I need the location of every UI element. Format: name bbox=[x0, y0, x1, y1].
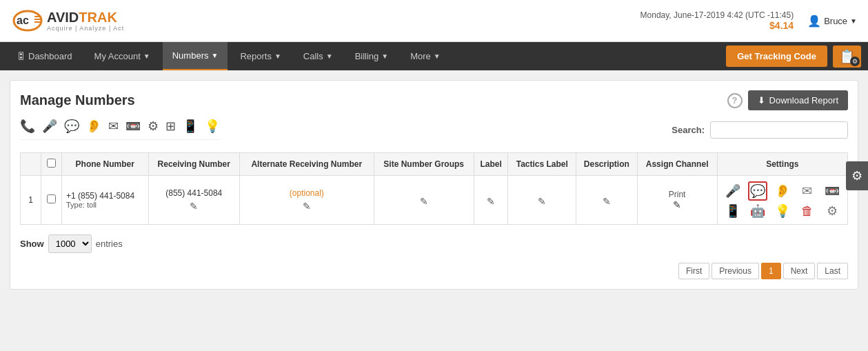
last-button[interactable]: Last bbox=[817, 263, 848, 279]
page-title: Manage Numbers bbox=[20, 92, 135, 108]
receiving-edit-icon[interactable]: ✎ bbox=[153, 201, 236, 212]
logo-tagline: Acquire | Analyze | Act bbox=[47, 25, 124, 32]
logo-icon: ac bbox=[11, 4, 44, 37]
col-index bbox=[21, 153, 41, 176]
settings-robot-icon[interactable]: 🤖 bbox=[750, 203, 765, 219]
settings-gear-icon[interactable]: ⚙ bbox=[827, 203, 838, 219]
search-label: Search: bbox=[672, 125, 705, 135]
toolbar-email-icon[interactable]: ✉ bbox=[108, 119, 119, 134]
settings-cell: 🎤 💬 👂 ✉ 📼 📱 🤖 💡 🗑 ⚙ bbox=[717, 176, 847, 225]
settings-delete-icon[interactable]: 🗑 bbox=[801, 204, 814, 219]
download-icon: ⬇ bbox=[758, 95, 765, 106]
table-header: Phone Number Receiving Number Alternate … bbox=[21, 153, 848, 176]
top-bar: ac AVIDTRAK Acquire | Analyze | Act Mond… bbox=[0, 0, 868, 42]
settings-icons-group: 🎤 💬 👂 ✉ 📼 📱 🤖 💡 🗑 ⚙ bbox=[722, 181, 843, 219]
label-edit-icon[interactable]: ✎ bbox=[478, 196, 504, 207]
content-header: Manage Numbers ? ⬇ Download Report bbox=[20, 90, 848, 110]
col-assign-channel: Assign Channel bbox=[637, 153, 717, 176]
nav-numbers-label: Numbers bbox=[172, 50, 209, 61]
content-area: Manage Numbers ? ⬇ Download Report 📞 🎤 💬… bbox=[10, 80, 858, 290]
reports-caret-icon: ▼ bbox=[274, 52, 281, 60]
nav-billing-label: Billing bbox=[355, 51, 379, 61]
toolbar-settings-icon[interactable]: ⚙ bbox=[148, 119, 159, 134]
nav-reports[interactable]: Reports ▼ bbox=[230, 43, 290, 70]
nav-numbers[interactable]: Numbers ▼ bbox=[163, 42, 228, 70]
get-tracking-button[interactable]: Get Tracking Code bbox=[726, 46, 827, 67]
nav-my-account-label: My Account bbox=[94, 51, 141, 61]
nav-calls-label: Calls bbox=[303, 51, 323, 61]
download-btn-label: Download Report bbox=[769, 95, 838, 106]
toolbar-phone-icon[interactable]: 📞 bbox=[20, 119, 35, 134]
numbers-table: Phone Number Receiving Number Alternate … bbox=[20, 152, 848, 225]
assign-channel-cell: Print ✎ bbox=[637, 176, 717, 225]
toolbar-bulb-icon[interactable]: 💡 bbox=[205, 119, 220, 134]
row-index: 1 bbox=[21, 176, 41, 225]
notification-button[interactable]: 📋 ⚙ bbox=[833, 46, 861, 68]
select-all-checkbox[interactable] bbox=[47, 159, 56, 168]
site-groups-edit-icon[interactable]: ✎ bbox=[379, 196, 470, 207]
label-cell: ✎ bbox=[474, 176, 508, 225]
svg-text:ac: ac bbox=[17, 14, 29, 26]
nav-billing[interactable]: Billing ▼ bbox=[345, 43, 398, 70]
settings-email-icon[interactable]: ✉ bbox=[802, 183, 812, 199]
search-input[interactable] bbox=[710, 121, 848, 139]
phone-number-cell: +1 (855) 441-5084 Type: toll bbox=[62, 176, 149, 225]
toolbar-grid-icon[interactable]: ⊞ bbox=[165, 119, 176, 134]
tactics-edit-icon[interactable]: ✎ bbox=[512, 196, 572, 207]
help-button[interactable]: ? bbox=[727, 93, 743, 108]
billing-caret-icon: ▼ bbox=[381, 52, 388, 60]
settings-chat-icon[interactable]: 💬 bbox=[748, 181, 767, 201]
toolbar-mic-icon[interactable]: 🎤 bbox=[42, 119, 57, 134]
numbers-caret-icon: ▼ bbox=[211, 52, 218, 59]
row-checkbox-cell bbox=[41, 176, 62, 225]
toolbar-caller-id-icon[interactable]: 📱 bbox=[183, 119, 198, 134]
balance: $4.14 bbox=[769, 20, 794, 31]
nav-calls[interactable]: Calls ▼ bbox=[294, 43, 343, 70]
nav-dashboard[interactable]: 🎛 Dashboard bbox=[7, 43, 82, 70]
settings-listen-icon[interactable]: 👂 bbox=[775, 183, 790, 199]
settings-bulb-icon[interactable]: 💡 bbox=[775, 203, 790, 219]
row-checkbox[interactable] bbox=[47, 194, 56, 203]
nav-more[interactable]: More ▼ bbox=[401, 43, 450, 70]
optional-label: (optional) bbox=[290, 188, 324, 198]
entries-select[interactable]: 10 25 50 100 1000 bbox=[48, 234, 92, 253]
first-button[interactable]: First bbox=[678, 263, 709, 279]
user-menu[interactable]: 👤 Bruce ▼ bbox=[807, 14, 857, 28]
assign-channel-edit-icon[interactable]: ✎ bbox=[642, 199, 713, 210]
settings-voicemail-icon[interactable]: 📼 bbox=[825, 183, 840, 199]
col-site-groups: Site Number Groups bbox=[374, 153, 474, 176]
settings-mic-icon[interactable]: 🎤 bbox=[725, 183, 740, 199]
receiving-number-cell: (855) 441-5084 ✎ bbox=[148, 176, 240, 225]
settings-callerid-icon[interactable]: 📱 bbox=[725, 203, 740, 219]
logo-trak: TRAK bbox=[79, 10, 117, 25]
col-phone: Phone Number bbox=[62, 153, 149, 176]
nav-my-account[interactable]: My Account ▼ bbox=[85, 43, 160, 70]
toolbar-listen-icon[interactable]: 👂 bbox=[86, 119, 101, 134]
col-label: Label bbox=[474, 153, 508, 176]
assign-channel-label: Print bbox=[642, 190, 713, 199]
col-settings: Settings bbox=[717, 153, 847, 176]
nav-reports-label: Reports bbox=[240, 51, 272, 61]
nav-bar: 🎛 Dashboard My Account ▼ Numbers ▼ Repor… bbox=[0, 42, 868, 70]
show-entries: Show 10 25 50 100 1000 entries bbox=[20, 234, 848, 253]
header-actions: ? ⬇ Download Report bbox=[727, 90, 848, 110]
alt-receiving-edit-icon[interactable]: ✎ bbox=[244, 201, 370, 212]
pagination: First Previous 1 Next Last bbox=[20, 263, 848, 279]
download-report-button[interactable]: ⬇ Download Report bbox=[748, 90, 848, 110]
entries-text: entries bbox=[96, 239, 123, 249]
previous-button[interactable]: Previous bbox=[711, 263, 759, 279]
my-account-caret-icon: ▼ bbox=[143, 52, 150, 60]
current-page-button[interactable]: 1 bbox=[761, 263, 781, 279]
toolbar-voicemail-icon[interactable]: 📼 bbox=[125, 119, 141, 134]
toolbar-chat-icon[interactable]: 💬 bbox=[64, 119, 79, 134]
description-edit-icon[interactable]: ✎ bbox=[581, 196, 632, 207]
col-checkbox bbox=[41, 153, 62, 176]
alt-receiving-cell: (optional) ✎ bbox=[240, 176, 374, 225]
col-description: Description bbox=[576, 153, 637, 176]
datetime: Monday, June-17-2019 4:42 (UTC -11:45) bbox=[640, 10, 794, 20]
side-gear-button[interactable]: ⚙ bbox=[846, 161, 868, 190]
more-caret-icon: ▼ bbox=[434, 52, 441, 60]
calls-caret-icon: ▼ bbox=[326, 52, 333, 60]
search-bar: Search: bbox=[672, 121, 848, 139]
next-button[interactable]: Next bbox=[783, 263, 816, 279]
